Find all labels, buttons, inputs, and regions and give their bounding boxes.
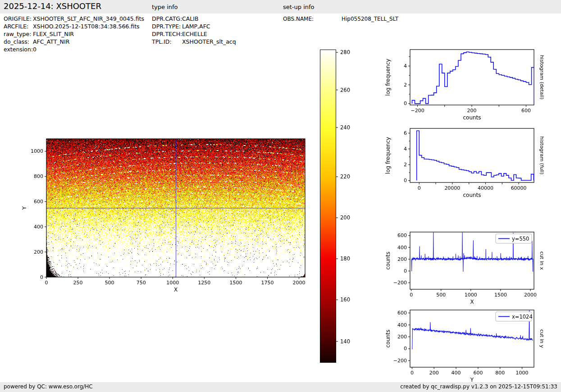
x-tick-label: 200 — [467, 108, 477, 114]
y-tick-label: 6 — [404, 130, 407, 136]
x-tick-label: 500 — [436, 292, 446, 298]
y-tick-label: 400 — [34, 224, 43, 230]
file-info-row: extension:0 — [4, 46, 144, 53]
file-info-block: ORIGFILE:XSHOOTER_SLT_AFC_NIR_349_0045.f… — [4, 15, 144, 53]
type-info-row: DPR.CATG:CALIB — [152, 15, 236, 23]
colorbar-tick-label: 240 — [340, 124, 350, 131]
y-tick-label: 200 — [397, 256, 407, 262]
x-tick-label: 60000 — [511, 185, 527, 191]
colorbar-tick-label: 180 — [340, 255, 350, 262]
field-label: DPR.TYPE: — [152, 23, 182, 30]
y-tick-label: 2 — [404, 162, 407, 168]
y-tick-label: 600 — [397, 310, 407, 316]
detector-raw-image — [46, 139, 305, 277]
hist_full-frame — [410, 128, 534, 182]
x-tick-label: 1250 — [198, 280, 210, 286]
x-tick-label: 800 — [495, 370, 505, 376]
field-label: extension: — [4, 46, 33, 53]
x-tick-label: 0 — [410, 370, 414, 376]
colorbar-tick-label: 200 — [340, 214, 350, 221]
x-tick-label: 1750 — [261, 280, 274, 286]
y-tick-label: 0 — [40, 274, 43, 280]
cut_x-legend-label: y=550 — [512, 236, 529, 242]
main_image-ylabel: Y — [21, 206, 27, 210]
hist_full-curve — [417, 131, 534, 180]
cut_y-curve — [412, 310, 533, 350]
y-tick-label: −200 — [393, 358, 407, 364]
type-info-row: TPL.ID:XSHOOTER_slt_acq — [152, 38, 236, 46]
hist_full-right-label: histogram (full) — [539, 137, 545, 175]
colorbar-tick-label: 280 — [340, 49, 350, 55]
y-tick-label: 0 — [404, 178, 407, 183]
cut_x-right-label: cut in x — [539, 251, 545, 270]
colorbar-tick-label: 140 — [340, 338, 350, 345]
file-info-row: raw_type:FLEX_SLIT_NIR — [4, 30, 144, 38]
x-tick-label: 40000 — [478, 185, 493, 191]
type-info-block: DPR.CATG:CALIB DPR.TYPE:LAMP,AFC DPR.TEC… — [152, 15, 236, 46]
file-info-row: ARCFILE:XSHOO.2025-12-15T08:34:38.566.fi… — [4, 23, 144, 30]
hist_detail-xlabel: counts — [463, 114, 481, 121]
x-tick-label: 0 — [410, 292, 413, 298]
page-title: 2025-12-14: XSHOOTER — [4, 1, 101, 11]
x-tick-label: 2000 — [293, 280, 306, 286]
cut_y-ylabel: counts — [385, 329, 391, 347]
field-value: ECHELLE — [182, 31, 207, 37]
field-label: ARCFILE: — [4, 23, 33, 30]
x-tick-label: 600 — [521, 108, 531, 114]
x-tick-label: 1500 — [229, 280, 242, 286]
file-info-row: ORIGFILE:XSHOOTER_SLT_AFC_NIR_349_0045.f… — [4, 15, 144, 23]
field-value: AFC_ATT_NIR — [33, 38, 69, 45]
y-tick-label: 600 — [34, 199, 43, 205]
hist_full-ylabel: log frequency — [385, 137, 391, 174]
field-value: XSHOO.2025-12-15T08:34:38.566.fits — [33, 23, 140, 30]
y-tick-label: 0 — [404, 346, 407, 351]
x-tick-label: 600 — [473, 370, 483, 376]
y-tick-label: −200 — [393, 280, 407, 286]
y-tick-label: 4 — [404, 63, 407, 69]
field-label: TPL.ID: — [152, 38, 182, 46]
hist_detail-frame — [410, 50, 534, 105]
x-tick-label: 500 — [105, 280, 114, 286]
setup-info-row: OBS.NAME:Hip055208_TELL_SLT — [283, 15, 398, 23]
cut_x-legend-box — [496, 234, 532, 243]
file-info-row: do_class:AFC_ATT_NIR — [4, 38, 144, 46]
field-label: do_class: — [4, 38, 33, 46]
footer-left-text: powered by QC: www.eso.org/HC — [4, 383, 93, 390]
field-value: 0 — [33, 46, 36, 53]
y-tick-label: 4 — [404, 146, 407, 152]
cut_y-legend-label: x=1024 — [512, 314, 533, 320]
footer-bar: powered by QC: www.eso.org/HC created by… — [0, 382, 561, 392]
footer-right-text: created by qc_rawdisp.py v1.2.3 on 2025-… — [400, 383, 557, 390]
field-label: OBS.NAME: — [283, 15, 342, 23]
y-tick-label: 400 — [397, 322, 407, 328]
y-tick-label: 600 — [397, 232, 407, 238]
x-tick-label: 0 — [418, 185, 421, 191]
x-tick-label: 20000 — [444, 185, 460, 191]
main_image-xlabel: X — [174, 287, 178, 293]
field-value: XSHOOTER_slt_acq — [182, 38, 236, 45]
setup-info-block: OBS.NAME:Hip055208_TELL_SLT — [283, 15, 398, 23]
cut_y-legend-box — [496, 312, 532, 321]
y-tick-label: 400 — [397, 245, 407, 251]
colorbar-tick-label: 220 — [340, 173, 350, 180]
x-tick-label: 1000 — [465, 292, 477, 298]
field-label: raw_type: — [4, 30, 33, 38]
hist_detail-ylabel: log frequency — [385, 59, 391, 96]
colorbar-tick-label: 160 — [340, 296, 350, 303]
colorbar-tick-label: 260 — [340, 87, 350, 93]
y-tick-label: 800 — [34, 173, 43, 179]
colorbar — [320, 50, 336, 363]
field-value: FLEX_SLIT_NIR — [33, 31, 74, 37]
field-value: LAMP,AFC — [182, 23, 210, 30]
y-tick-label: 200 — [397, 334, 407, 340]
setup-info-heading: set-up info — [283, 4, 315, 10]
type-info-row: DPR.TYPE:LAMP,AFC — [152, 23, 236, 30]
hist_detail-right-label: histogram (detail) — [539, 55, 545, 100]
field-label: DPR.CATG: — [152, 15, 182, 23]
type-info-heading: type info — [152, 4, 178, 10]
cut_x-ylabel: counts — [385, 251, 391, 269]
x-tick-label: 400 — [452, 370, 461, 376]
field-label: ORIGFILE: — [4, 15, 33, 23]
cut_x-frame — [410, 232, 534, 289]
x-tick-label: 1500 — [494, 292, 507, 298]
